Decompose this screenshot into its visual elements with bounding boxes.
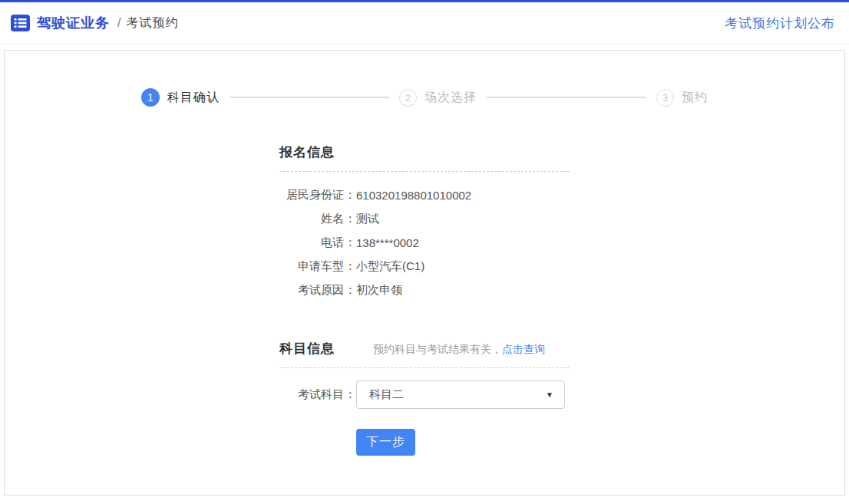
step-2-label: 场次选择 [424,90,477,106]
step-reserve: 3 预约 [656,89,708,107]
subject-section: 科目信息 预约科目与考试结果有关，点击查询 考试科目 ： 科目二 ▼ 下一步 [279,340,570,456]
chevron-down-icon: ▼ [546,390,553,399]
field-colon: ： [344,259,356,274]
section-divider [279,367,570,368]
step-2-indicator: 2 [399,89,417,107]
breadcrumb-current: 考试预约 [126,15,178,31]
field-label: 姓名 [279,212,344,226]
subject-section-title: 科目信息 [279,340,335,357]
field-row-id-number: 居民身份证 ： 610320198801010002 [279,186,570,203]
field-row-phone: 电话 ： 138****0002 [279,234,570,251]
step-subject-confirm: 1 科目确认 [141,88,220,107]
field-value: 小型汽车(C1) [356,259,424,274]
step-1-label: 科目确认 [167,90,220,106]
field-label: 居民身份证 [279,188,344,203]
exam-subject-selected-value: 科目二 [369,387,404,402]
breadcrumb-separator: / [117,16,121,30]
step-session-select: 2 场次选择 [399,89,477,107]
form-content: 报名信息 居民身份证 ： 610320198801010002 姓名 ： 测试 … [279,143,570,456]
list-icon [11,15,30,31]
field-colon: ： [344,283,356,298]
field-colon: ： [344,188,356,203]
field-colon: ： [344,387,356,402]
registration-fields: 居民身份证 ： 610320198801010002 姓名 ： 测试 电话 ： … [279,186,570,298]
next-step-button[interactable]: 下一步 [356,429,415,456]
field-label: 申请车型 [279,259,344,274]
breadcrumb-business[interactable]: 驾驶证业务 [37,14,110,32]
exam-subject-row: 考试科目 ： 科目二 ▼ [279,380,570,409]
step-3-label: 预约 [682,90,708,106]
main-panel: 1 科目确认 2 场次选择 3 预约 报名信息 居民身份证 ： 61032019… [4,50,845,496]
subject-note: 预约科目与考试结果有关，点击查询 [373,343,545,357]
field-label: 电话 [279,236,344,250]
registration-section-title: 报名信息 [279,143,335,161]
stepper: 1 科目确认 2 场次选择 3 预约 [5,51,844,107]
field-row-name: 姓名 ： 测试 [279,210,570,227]
field-colon: ： [344,212,356,226]
breadcrumb: 驾驶证业务 / 考试预约 [11,14,178,32]
step-3-indicator: 3 [656,89,674,107]
query-link[interactable]: 点击查询 [502,343,545,355]
section-divider [279,171,570,172]
field-label: 考试原因 [279,283,344,298]
field-value: 初次申领 [356,283,402,298]
step-connector [487,97,646,98]
exam-plan-link[interactable]: 考试预约计划公布 [725,15,835,32]
field-value: 测试 [356,212,379,226]
exam-subject-select[interactable]: 科目二 ▼ [356,380,565,409]
exam-subject-label: 考试科目 [279,387,344,402]
step-1-indicator: 1 [141,88,160,107]
field-colon: ： [344,236,356,250]
field-value: 610320198801010002 [356,189,471,202]
step-connector [230,97,389,98]
subject-note-text: 预约科目与考试结果有关， [373,343,502,355]
field-row-exam-reason: 考试原因 ： 初次申领 [279,282,570,298]
page-header: 驾驶证业务 / 考试预约 考试预约计划公布 [0,0,849,44]
field-row-vehicle-type: 申请车型 ： 小型汽车(C1) [279,258,570,275]
field-value: 138****0002 [356,236,419,249]
